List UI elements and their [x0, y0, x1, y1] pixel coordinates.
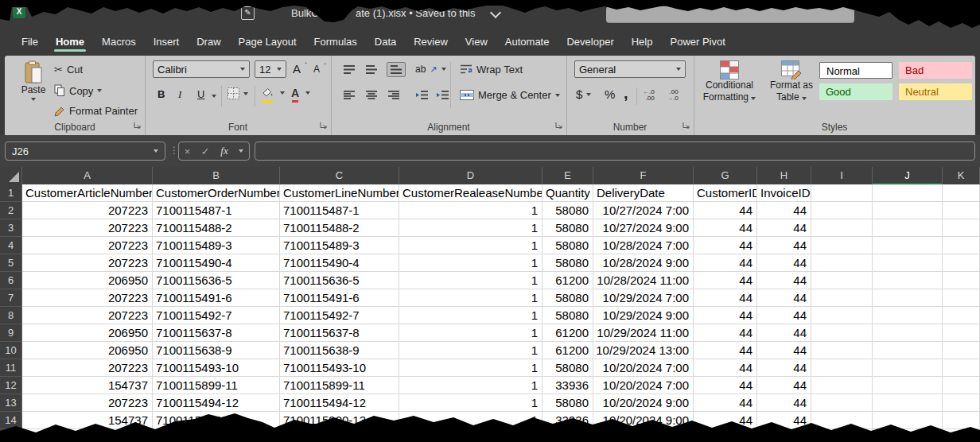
cell-G12[interactable]: 44	[694, 377, 757, 394]
cell-D12[interactable]: 1	[399, 377, 542, 394]
cell-B12[interactable]: 7100115899-11	[153, 377, 280, 394]
shrink-font-button[interactable]: Aˇ	[313, 64, 326, 75]
column-header-H[interactable]: H	[757, 167, 811, 184]
cell-J3[interactable]	[873, 219, 943, 237]
column-header-J[interactable]: J	[873, 167, 943, 184]
cell-J14[interactable]	[873, 412, 943, 429]
cell-K6[interactable]	[943, 272, 980, 289]
grow-font-button[interactable]: Aˆ	[293, 62, 307, 76]
cell-F5[interactable]: 10/28/2024 9:00	[593, 254, 694, 272]
row-header-13[interactable]: 13	[0, 394, 22, 412]
cell-I6[interactable]	[811, 272, 873, 289]
cell-H13[interactable]: 44	[757, 394, 811, 412]
row-header-3[interactable]: 3	[0, 219, 22, 237]
cell-G6[interactable]: 44	[694, 272, 757, 289]
cell-A1[interactable]: CustomerArticleNumber	[22, 184, 153, 202]
format-as-table-button[interactable]: Format as Table	[764, 60, 819, 103]
underline-button[interactable]: U	[197, 88, 204, 100]
cell-A7[interactable]: 207223	[22, 289, 153, 307]
decrease-indent-button[interactable]	[415, 91, 428, 99]
cell-I8[interactable]	[811, 307, 873, 324]
cell-K7[interactable]	[943, 289, 980, 307]
style-chip-good[interactable]: Good	[819, 83, 892, 100]
cell-C4[interactable]: 7100115489-3	[280, 237, 399, 254]
cell-C14[interactable]: 7100115900-13	[280, 412, 399, 429]
format-painter-button[interactable]: Format Painter	[54, 105, 138, 117]
row-header-11[interactable]: 11	[0, 359, 22, 377]
comma-style-button[interactable]: ,	[624, 84, 628, 103]
cell-D15[interactable]	[399, 429, 542, 442]
tab-power-pivot[interactable]: Power Pivot	[661, 32, 733, 52]
cell-B11[interactable]: 7100115493-10	[153, 359, 280, 377]
cell-E5[interactable]: 58080	[542, 254, 593, 272]
row-header-2[interactable]: 2	[0, 202, 22, 219]
cell-E8[interactable]: 58080	[542, 307, 593, 324]
bold-button[interactable]: B	[158, 88, 165, 100]
column-header-G[interactable]: G	[694, 167, 757, 184]
number-format-combo[interactable]: General	[574, 60, 686, 78]
column-header-I[interactable]: I	[811, 167, 873, 184]
tab-developer[interactable]: Developer	[558, 32, 622, 52]
cell-I5[interactable]	[811, 254, 873, 272]
tab-automate[interactable]: Automate	[496, 32, 558, 52]
increase-indent-button[interactable]	[436, 91, 449, 99]
cell-K9[interactable]	[943, 324, 980, 342]
cell-C6[interactable]: 7100115636-5	[280, 272, 399, 289]
cell-K2[interactable]	[943, 202, 980, 219]
cell-D3[interactable]: 1	[399, 219, 542, 237]
cell-D11[interactable]: 1	[399, 359, 542, 377]
select-all-button[interactable]	[0, 167, 22, 184]
cell-I7[interactable]	[811, 289, 873, 307]
cell-G11[interactable]: 44	[694, 359, 757, 377]
column-header-B[interactable]: B	[153, 167, 280, 184]
cell-H3[interactable]: 44	[757, 219, 811, 237]
cell-E1[interactable]: Quantity	[542, 184, 593, 202]
cell-H5[interactable]: 44	[757, 254, 811, 272]
tab-help[interactable]: Help	[623, 32, 662, 52]
cell-G14[interactable]: 44	[694, 412, 757, 429]
cell-B2[interactable]: 7100115487-1	[153, 202, 280, 219]
cell-I14[interactable]	[811, 412, 873, 429]
font-size-combo[interactable]: 12	[255, 60, 286, 78]
cell-B1[interactable]: CustomerOrderNumber	[153, 184, 280, 202]
cell-D14[interactable]: 1	[399, 412, 542, 429]
cell-A10[interactable]: 206950	[22, 342, 153, 359]
cell-I4[interactable]	[811, 237, 873, 254]
cell-K10[interactable]	[943, 342, 980, 359]
copy-button[interactable]: Copy	[54, 84, 102, 97]
tab-file[interactable]: File	[13, 32, 47, 52]
cell-C10[interactable]: 7100115638-9	[280, 342, 399, 359]
cell-A13[interactable]: 207223	[22, 394, 153, 412]
cell-C3[interactable]: 7100115488-2	[280, 219, 399, 237]
cell-F14[interactable]: 10/20/2024 9:00	[593, 412, 694, 429]
cell-G9[interactable]: 44	[694, 324, 757, 342]
cell-F4[interactable]: 10/28/2024 7:00	[593, 237, 694, 254]
cell-H4[interactable]: 44	[757, 237, 811, 254]
row-header-8[interactable]: 8	[0, 307, 22, 324]
cell-C5[interactable]: 7100115490-4	[280, 254, 399, 272]
tab-data[interactable]: Data	[366, 32, 405, 52]
font-dialog-launcher[interactable]	[320, 118, 327, 132]
row-header-12[interactable]: 12	[0, 377, 22, 394]
percent-button[interactable]: %	[605, 87, 615, 101]
cell-I13[interactable]	[811, 394, 873, 412]
cell-C1[interactable]: CustomerLineNumber	[280, 184, 399, 202]
cell-D5[interactable]: 1	[399, 254, 542, 272]
style-chip-normal[interactable]: Normal	[819, 62, 892, 79]
tab-home[interactable]: Home	[47, 32, 93, 52]
cell-K12[interactable]	[943, 377, 980, 394]
cell-C13[interactable]: 7100115494-12	[280, 394, 399, 412]
align-top-button[interactable]	[344, 65, 355, 74]
cell-B10[interactable]: 7100115638-9	[153, 342, 280, 359]
cell-K3[interactable]	[943, 219, 980, 237]
cell-H11[interactable]: 44	[757, 359, 811, 377]
cell-J9[interactable]	[873, 324, 943, 342]
cell-H10[interactable]: 44	[757, 342, 811, 359]
cell-J6[interactable]	[873, 272, 943, 289]
cell-C11[interactable]: 7100115493-10	[280, 359, 399, 377]
cell-B14[interactable]: 7100115900-13	[153, 412, 280, 429]
name-box[interactable]: J26	[5, 142, 165, 161]
cell-F12[interactable]: 10/20/2024 7:00	[593, 377, 694, 394]
cell-G2[interactable]: 44	[694, 202, 757, 219]
row-header-9[interactable]: 9	[0, 324, 22, 342]
